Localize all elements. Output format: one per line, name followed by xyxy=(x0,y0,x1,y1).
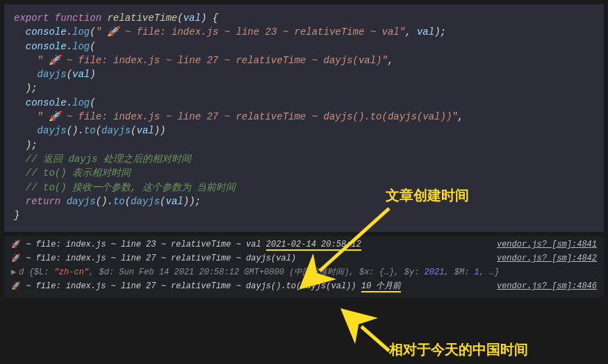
rocket-icon: 🚀 xyxy=(11,282,21,290)
annotation-label-relative-time: 相对于今天的中国时间 xyxy=(389,340,528,359)
console-source-link[interactable]: vendor.js? [sm]:4846 xyxy=(497,280,597,292)
console-panel: 🚀 ~ file: index.js ~ line 23 ~ relativeT… xyxy=(4,236,604,297)
code-line: ); xyxy=(14,81,594,95)
code-line: export function relativeTime(val) { xyxy=(14,11,594,25)
code-line: dayjs().to(dayjs(val)) xyxy=(14,124,594,138)
console-log-row: 🚀 ~ file: index.js ~ line 23 ~ relativeT… xyxy=(11,238,597,251)
code-line: return dayjs().to(dayjs(val)); xyxy=(14,195,594,208)
console-log-row: 🚀 ~ file: index.js ~ line 27 ~ relativeT… xyxy=(11,279,597,293)
console-source-link[interactable]: vendor.js? [sm]:4841 xyxy=(497,238,597,251)
rocket-icon: 🚀 xyxy=(11,240,21,249)
highlighted-timestamp: 2021-02-14 20:58:12 xyxy=(266,240,361,251)
console-object-row[interactable]: ▶d {$L: "zh-cn", $d: Sun Feb 14 2021 20:… xyxy=(11,265,597,279)
expand-triangle-icon[interactable]: ▶ xyxy=(11,266,16,279)
code-line: ); xyxy=(14,138,594,152)
code-line: console.log( xyxy=(14,96,594,110)
code-line: console.log( xyxy=(14,40,594,53)
code-line: " 🚀 ~ file: index.js ~ line 27 ~ relativ… xyxy=(14,53,594,67)
code-line: // to() 表示相对时间 xyxy=(14,166,594,180)
code-editor-panel: export function relativeTime(val) { cons… xyxy=(4,4,604,232)
code-line: " 🚀 ~ file: index.js ~ line 27 ~ relativ… xyxy=(14,110,594,124)
console-log-row: 🚀 ~ file: index.js ~ line 27 ~ relativeT… xyxy=(11,251,597,265)
highlighted-relative-time: 10 个月前 xyxy=(361,281,402,292)
code-line: // to() 接收一个参数, 这个参数为 当前时间 xyxy=(14,181,594,195)
code-line: // 返回 dayjs 处理之后的相对时间 xyxy=(14,152,594,166)
rocket-icon: 🚀 xyxy=(11,254,21,263)
code-line: console.log(" 🚀 ~ file: index.js ~ line … xyxy=(14,25,594,39)
svg-line-1 xyxy=(361,326,389,351)
code-line: dayjs(val) xyxy=(14,67,594,81)
console-source-link[interactable]: vendor.js? [sm]:4842 xyxy=(497,252,597,265)
code-line: } xyxy=(14,208,594,222)
